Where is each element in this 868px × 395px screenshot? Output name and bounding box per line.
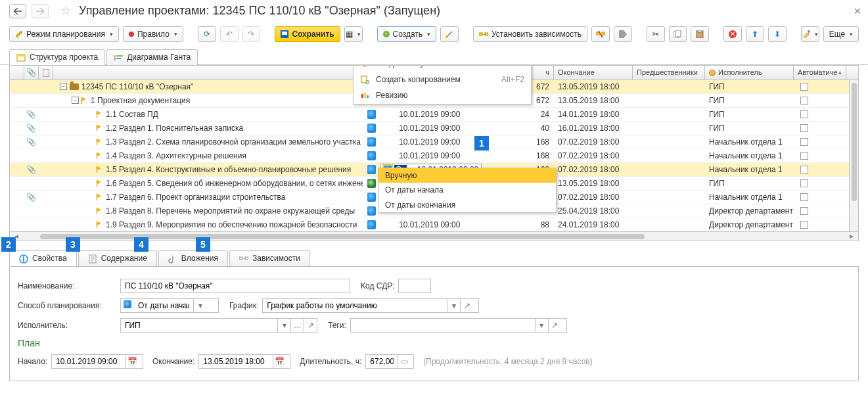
col-executor[interactable]: Исполнитель [705, 66, 794, 80]
create-menu-item[interactable]: Создать копированиемAlt+F2 [354, 72, 531, 87]
exec-label: Исполнитель: [18, 321, 116, 330]
end-field[interactable]: 📅 [198, 354, 290, 369]
star-icon[interactable]: ☆ [60, 4, 71, 18]
create-menu-item[interactable]: Ревизию [354, 87, 531, 103]
plan-from-start-icon[interactable] [367, 193, 376, 202]
table-row[interactable]: 📎 1.2 Раздел 1. Пояснительная записка10.… [10, 122, 859, 135]
start-field[interactable]: 📅 [51, 354, 143, 369]
create-menu[interactable]: Создать этапAlt+F3Создать вехуAlt+F4Созд… [353, 65, 532, 105]
chevron-down-icon[interactable]: ▾ [447, 299, 460, 312]
nav-back-button[interactable] [9, 4, 26, 18]
create-menu-item[interactable]: Создать вехуAlt+F4 [354, 65, 531, 72]
bottom-tab-Свойства[interactable]: Свойства [9, 250, 77, 266]
bottom-tab-Зависимости[interactable]: Зависимости [229, 250, 310, 266]
top-tab[interactable]: Структура проекта [9, 49, 105, 65]
plan-from-start-icon[interactable] [367, 151, 376, 160]
undo-button[interactable]: ↶ [220, 26, 239, 42]
annotation-3: 3 [66, 237, 80, 252]
auto-checkbox[interactable] [800, 221, 808, 229]
vertical-scrollbar[interactable] [849, 80, 858, 231]
paste-button[interactable] [691, 26, 709, 42]
dur-field[interactable]: ▭ [365, 354, 414, 369]
flag-icon [97, 139, 103, 145]
move-up-button[interactable]: ⬆ [746, 26, 764, 42]
expand-toggle[interactable]: − [60, 83, 67, 90]
plan-from-start-icon[interactable] [367, 165, 376, 174]
plan-mode-option[interactable]: От даты окончания [378, 198, 556, 212]
auto-checkbox[interactable] [800, 83, 808, 91]
auto-checkbox[interactable] [800, 152, 808, 160]
nav-forward-button[interactable] [32, 4, 49, 18]
settings-button[interactable]: ▾ [801, 26, 819, 42]
calc-icon[interactable]: ▭ [398, 355, 411, 368]
table-row[interactable]: 1.9 Раздел 9. Мероприятия по обеспечению… [10, 218, 859, 232]
unlink-button[interactable] [591, 26, 610, 42]
auto-checkbox[interactable] [800, 124, 808, 132]
grid-options-button[interactable]: ▦▾ [344, 26, 363, 42]
bottom-tab-Вложения[interactable]: Вложения [158, 250, 228, 266]
chevron-down-icon[interactable]: ▾ [277, 319, 290, 332]
col-predecessors[interactable]: Предшественники [633, 66, 705, 80]
delete-button[interactable]: ✕ [723, 26, 742, 42]
open-icon[interactable]: ↗ [304, 319, 317, 332]
col-expand[interactable] [10, 66, 24, 80]
plan-from-start-icon[interactable] [367, 206, 376, 216]
col-document-icon[interactable] [39, 66, 53, 80]
bottom-tab-Содержание[interactable]: Содержание [78, 250, 157, 266]
planning-mode-button[interactable]: Режим планирования▾ [9, 26, 119, 42]
auto-checkbox[interactable] [800, 97, 808, 105]
tag-button[interactable] [614, 26, 632, 42]
close-button[interactable]: ✕ [854, 6, 861, 17]
table-row[interactable]: 1.4 Раздел 3. Архитектурные решения10.01… [10, 149, 859, 163]
auto-checkbox[interactable] [800, 179, 808, 187]
more-button[interactable]: Еще▾ [823, 26, 859, 42]
attach-button[interactable] [440, 26, 459, 42]
calendar-icon[interactable]: 📅 [126, 355, 139, 368]
ellipsis-icon[interactable]: … [290, 319, 304, 332]
auto-checkbox[interactable] [800, 138, 808, 146]
open-icon[interactable]: ↗ [548, 319, 561, 332]
auto-checkbox[interactable] [800, 110, 808, 118]
refresh-button[interactable]: ⟳ [198, 26, 216, 42]
open-icon[interactable]: ↗ [460, 299, 473, 312]
plan-mode-dropdown[interactable]: ВручнуюОт даты началаОт даты окончания [378, 168, 557, 213]
create-button[interactable]: + Создать▾ [377, 26, 437, 42]
copy-button[interactable] [669, 26, 687, 42]
method-select[interactable]: ▾ [120, 298, 219, 313]
auto-checkbox[interactable] [800, 166, 808, 174]
name-field[interactable] [120, 279, 350, 293]
cut-button[interactable]: ✂ [647, 26, 665, 42]
col-auto[interactable]: Автоматиче ▲ [794, 66, 846, 80]
auto-checkbox[interactable] [800, 193, 808, 201]
svg-rect-14 [116, 58, 121, 59]
tags-select[interactable]: ▾ ↗ [350, 318, 567, 333]
annotation-4: 4 [134, 237, 148, 252]
col-end[interactable]: Окончание [554, 66, 633, 80]
set-dependency-button[interactable]: Установить зависимость [473, 26, 587, 42]
svg-rect-26 [245, 257, 248, 260]
plan-from-start-icon[interactable] [367, 124, 376, 133]
move-down-button[interactable]: ⬇ [768, 26, 787, 42]
code-field[interactable] [398, 279, 431, 293]
top-tab[interactable]: Диаграмма Ганта [106, 49, 198, 65]
redo-button[interactable]: ↷ [242, 26, 261, 42]
rule-button[interactable]: Правило▾ [123, 26, 183, 42]
col-name[interactable] [53, 66, 363, 80]
plan-mode-option[interactable]: Вручную [378, 168, 556, 183]
table-row[interactable]: 📎 1.3 Раздел 2. Схема планировочной орга… [10, 135, 859, 149]
col-attachment-icon[interactable]: 📎 [24, 66, 39, 80]
calendar-icon[interactable]: 📅 [273, 355, 286, 368]
plan-mode-option[interactable]: От даты начала [378, 183, 556, 197]
auto-checkbox[interactable] [800, 207, 808, 215]
plan-from-start-icon[interactable] [367, 137, 376, 147]
exec-select[interactable]: ▾ … ↗ [120, 318, 317, 333]
plan-manual-icon[interactable] [367, 179, 376, 188]
sched-select[interactable]: ▾ ↗ [262, 298, 479, 313]
chevron-down-icon[interactable]: ▾ [193, 299, 206, 312]
save-button[interactable]: Сохранить [275, 26, 340, 42]
expand-toggle[interactable]: − [72, 97, 79, 104]
table-row[interactable]: 📎 1.1 Состав ПД10.01.2019 09:002414.01.2… [10, 108, 859, 122]
chevron-down-icon[interactable]: ▾ [535, 319, 548, 332]
plan-from-start-icon[interactable] [367, 110, 376, 119]
plan-from-start-icon[interactable] [367, 220, 376, 229]
